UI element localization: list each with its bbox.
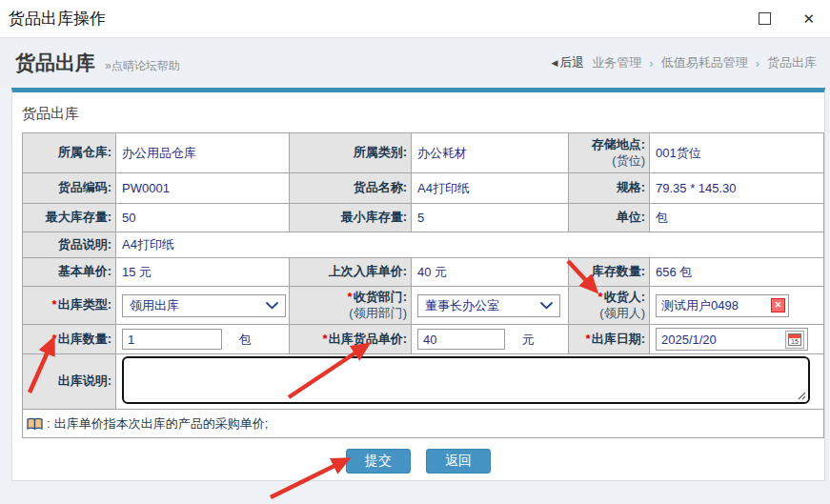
remove-receiver-icon[interactable]: ✕ <box>771 298 785 312</box>
warehouse-label: 所属仓库: <box>23 133 116 173</box>
forum-help-link[interactable]: »点晴论坛帮助 <box>105 58 180 74</box>
calendar-button[interactable]: 15 <box>785 331 804 349</box>
location-value: 001货位 <box>650 133 824 173</box>
warehouse-value: 办公用品仓库 <box>116 133 290 173</box>
min-stock-value: 5 <box>412 204 569 232</box>
out-note-label: 出库说明: <box>23 354 116 410</box>
stock-qty-label: 库存数量: <box>569 258 650 287</box>
receive-dept-label: *收货部门: (领用部门) <box>290 287 412 325</box>
page-header: 货品出库 »点晴论坛帮助 ◀ 后退 业务管理 › 低值易耗品管理 › 货品出库 <box>0 38 830 88</box>
breadcrumb-item-outbound[interactable]: 货品出库 <box>767 54 817 71</box>
last-price-value: 40 元 <box>412 258 569 287</box>
maximize-icon[interactable] <box>759 12 771 25</box>
chevron-down-icon <box>266 302 278 310</box>
max-stock-label: 最大库存量: <box>23 204 116 232</box>
out-date-picker: 15 <box>656 328 808 351</box>
code-value: PW0001 <box>116 173 290 204</box>
out-date-label: *出库日期: <box>569 325 650 354</box>
hint-separator: : <box>47 416 51 431</box>
breadcrumb-separator-icon: › <box>649 56 653 71</box>
outbound-form-table: 所属仓库: 办公用品仓库 所属类别: 办公耗材 存储地点: (货位) 001货位… <box>22 132 824 438</box>
out-price-cell: 元 <box>412 325 569 354</box>
last-price-label: 上次入库单价: <box>290 258 412 287</box>
out-price-input[interactable] <box>417 329 505 350</box>
submit-button[interactable]: 提交 <box>346 449 411 474</box>
window-titlebar: 货品出库操作 ✕ <box>0 0 830 38</box>
chevron-down-icon <box>540 302 553 310</box>
description-label: 货品说明: <box>23 232 116 258</box>
base-price-value: 15 元 <box>116 258 290 287</box>
base-price-label: 基本单价: <box>23 258 116 287</box>
table-row: 最大库存量: 50 最小库存量: 5 单位: 包 <box>23 204 824 232</box>
receiver-picker[interactable]: 测试用户0498 ✕ <box>656 294 789 317</box>
hint-text: 出库单价指本次出库的产品的采购单价; <box>54 415 269 433</box>
min-stock-label: 最小库存量: <box>290 204 412 232</box>
return-button[interactable]: 返回 <box>426 449 491 474</box>
out-date-cell: 15 <box>650 325 824 354</box>
stock-qty-value: 656 包 <box>650 258 824 287</box>
table-row: *出库类型: 领用出库 *收货部门: (领用部门) 董事长办公室 *收货人: <box>23 287 824 325</box>
breadcrumb-item-lowvalue[interactable]: 低值易耗品管理 <box>661 54 748 71</box>
receive-dept-select[interactable]: 董事长办公室 <box>417 294 560 317</box>
button-row: 提交 返回 <box>12 449 824 474</box>
receive-dept-cell: 董事长办公室 <box>412 287 569 325</box>
unit-label: 单位: <box>569 204 650 232</box>
back-icon: ◀ <box>551 58 557 68</box>
close-icon[interactable]: ✕ <box>802 11 815 26</box>
out-qty-label: *出库数量: <box>23 325 116 354</box>
code-label: 货品编码: <box>23 173 116 204</box>
description-value: A4打印纸 <box>116 232 824 258</box>
table-row: 所属仓库: 办公用品仓库 所属类别: 办公耗材 存储地点: (货位) 001货位 <box>23 133 824 173</box>
page-title: 货品出库 <box>15 50 95 76</box>
section-title: 货品出库 <box>22 105 824 123</box>
table-row: 货品编码: PW0001 货品名称: A4打印纸 规格: 79.35 * 145… <box>23 173 824 204</box>
out-date-input[interactable] <box>661 333 757 347</box>
breadcrumb-separator-icon: › <box>756 56 759 71</box>
book-icon <box>27 417 43 431</box>
table-row: *出库数量: 包 *出库货品单价: 元 *出库日期: <box>23 325 824 354</box>
back-link[interactable]: ◀ 后退 <box>551 54 584 71</box>
max-stock-value: 50 <box>116 204 290 232</box>
unit-value: 包 <box>650 204 824 232</box>
out-qty-cell: 包 <box>116 325 290 354</box>
receiver-label: *收货人: (领用人) <box>569 287 650 325</box>
out-qty-input[interactable] <box>122 329 222 350</box>
content-panel: 货品出库 所属仓库: 办公用品仓库 所属类别: 办公耗材 存储地点: (货位) … <box>11 88 825 481</box>
table-row: : 出库单价指本次出库的产品的采购单价; <box>23 410 824 438</box>
window-title: 货品出库操作 <box>9 8 106 30</box>
table-row: 基本单价: 15 元 上次入库单价: 40 元 库存数量: 656 包 <box>23 258 824 287</box>
table-row: 出库说明: <box>23 354 824 410</box>
calendar-icon: 15 <box>788 333 801 346</box>
hint-line: : 出库单价指本次出库的产品的采购单价; <box>23 415 823 433</box>
category-label: 所属类别: <box>290 133 412 173</box>
out-note-textarea[interactable] <box>122 356 810 404</box>
out-price-label: *出库货品单价: <box>290 325 412 354</box>
out-price-unit: 元 <box>522 333 535 347</box>
out-type-select[interactable]: 领用出库 <box>122 294 286 317</box>
out-type-cell: 领用出库 <box>116 287 290 325</box>
spec-label: 规格: <box>569 173 650 204</box>
name-label: 货品名称: <box>290 173 412 204</box>
table-row: 货品说明: A4打印纸 <box>23 232 824 258</box>
location-label: 存储地点: (货位) <box>569 133 650 173</box>
category-value: 办公耗材 <box>412 133 569 173</box>
out-note-cell <box>116 354 824 410</box>
receiver-cell: 测试用户0498 ✕ <box>650 287 824 325</box>
spec-value: 79.35 * 145.30 <box>650 173 824 204</box>
out-type-label: *出库类型: <box>23 287 116 325</box>
breadcrumb-item-business[interactable]: 业务管理 <box>592 54 641 71</box>
out-qty-unit: 包 <box>239 333 252 347</box>
name-value: A4打印纸 <box>412 173 569 204</box>
breadcrumb: ◀ 后退 业务管理 › 低值易耗品管理 › 货品出库 <box>551 54 817 71</box>
